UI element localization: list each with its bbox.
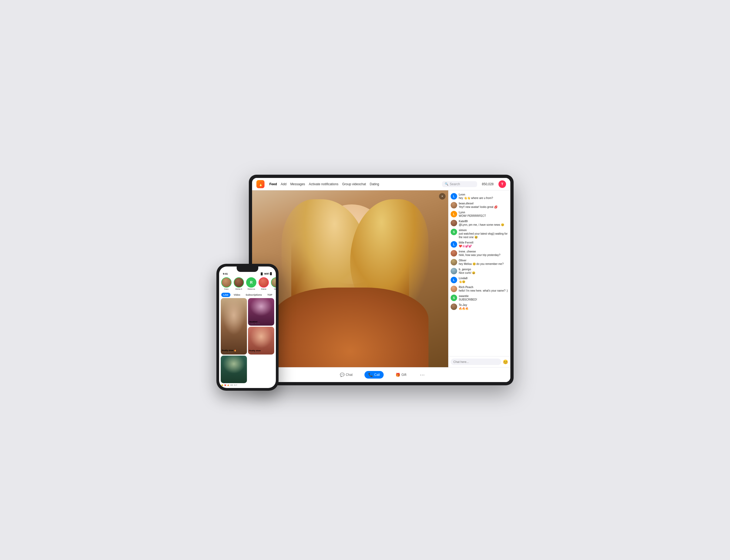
call-button[interactable]: 📞 Call bbox=[364, 371, 384, 379]
bottom-likes: 😊 bbox=[221, 384, 223, 386]
tab-video[interactable]: Video bbox=[231, 293, 242, 297]
message-avatar bbox=[451, 250, 457, 257]
chat-panel: L Leon hey 👋👋 where are u from? bbox=[448, 190, 510, 367]
message-username: Te-Jay bbox=[459, 303, 508, 306]
story-avatar: R bbox=[246, 277, 256, 288]
card-title: Reality show 🔥 bbox=[222, 349, 246, 352]
message-username: Kate89 bbox=[459, 220, 508, 223]
message-avatar bbox=[451, 268, 457, 274]
message-text: hey 👋👋 where are u from? bbox=[459, 196, 508, 200]
story-avatar bbox=[221, 277, 231, 288]
nav-link-notifications[interactable]: Activate notifications bbox=[309, 182, 338, 186]
nav-search[interactable]: 🔍 Search bbox=[442, 181, 477, 187]
card-stats: ♡ 68👁 8.1T bbox=[249, 352, 273, 353]
chat-message: L Linda8 👋😊 bbox=[451, 277, 508, 284]
phone-bottom-stats: 😊 ❤️ 🔥 196 8.1T bbox=[221, 384, 274, 386]
tab-top[interactable]: TOP bbox=[265, 293, 274, 297]
card-title: Reality show bbox=[249, 350, 273, 352]
nav-links: Feed Add Messages Activate notifications… bbox=[269, 182, 379, 186]
search-placeholder: Search bbox=[450, 182, 460, 186]
chat-message: L Leon hey 👋👋 where are u from? bbox=[451, 193, 508, 200]
nav-link-group[interactable]: Group videochat bbox=[342, 182, 366, 186]
message-content: irene_cheese hiiiiii, how was your trip … bbox=[459, 250, 508, 257]
story-avatar bbox=[271, 277, 276, 288]
tablet-nav: 🔥 Feed Add Messages Activate notificatio… bbox=[252, 178, 510, 190]
phone-time: 9:41 bbox=[223, 272, 228, 275]
call-label: Call bbox=[374, 373, 380, 377]
chat-icon: 💬 bbox=[340, 373, 344, 377]
more-options-icon[interactable]: ⋮ bbox=[275, 293, 276, 297]
story-item[interactable]: Misha K bbox=[234, 277, 244, 290]
bottom-fire: 🔥 bbox=[227, 384, 229, 386]
nav-link-feed[interactable]: Feed bbox=[269, 182, 277, 186]
nav-avatar[interactable]: T bbox=[499, 180, 506, 188]
chat-message: Te-Jay 🔥🔥🔥 bbox=[451, 303, 508, 310]
more-button[interactable]: ⋯ bbox=[418, 370, 426, 379]
message-text: SUBSCRIBED! bbox=[459, 298, 508, 301]
chat-message: Rich Peach hello! I'm new here. what's y… bbox=[451, 286, 508, 292]
video-container: × L Leon hey 👋👋 where are u from? bbox=[252, 190, 510, 367]
tablet-content: × L Leon hey 👋👋 where are u from? bbox=[252, 190, 510, 382]
message-text: just watched your latest vlog)) waiting … bbox=[459, 232, 508, 239]
nav-logo: 🔥 bbox=[256, 180, 264, 188]
phone-stories: Kacy Misha K R Rebecca Kilana Silvie bbox=[219, 276, 276, 292]
bottom-count: 196 bbox=[230, 384, 233, 386]
nav-count: 850,028 bbox=[482, 182, 494, 186]
phone-card-2[interactable]: Vacation! ♡ 270👁 3.6k bbox=[248, 298, 274, 326]
message-content: Leon hey 👋👋 where are u from? bbox=[459, 193, 508, 200]
story-name: Silvie bbox=[274, 288, 276, 290]
message-content: little Ferrell ❤️🌸💕💕 bbox=[459, 241, 508, 248]
message-avatar bbox=[451, 286, 457, 292]
phone-status-bar: 9:41 ▐▌ WiFi ▊ bbox=[219, 272, 276, 276]
chat-input[interactable] bbox=[451, 359, 501, 365]
message-text: Yey!! new avatar! looks great 💋 bbox=[459, 205, 508, 209]
story-item[interactable]: R Rebecca bbox=[246, 277, 256, 290]
message-username: b_georgo bbox=[459, 268, 508, 271]
card-title: Vacation! bbox=[249, 321, 273, 323]
tab-subscriptions[interactable]: Subscriptions bbox=[243, 293, 264, 297]
message-avatar: S bbox=[451, 295, 457, 301]
message-username: Rich Peach bbox=[459, 286, 508, 289]
nav-link-add[interactable]: Add bbox=[281, 182, 286, 186]
chat-message: irene_cheese hiiiiii, how was your trip … bbox=[451, 250, 508, 257]
phone-card-1[interactable]: Reality show 🔥 ♡ 144👁 8.1T bbox=[221, 298, 247, 355]
story-name: Kacy bbox=[224, 288, 228, 290]
story-item[interactable]: Kacy bbox=[221, 277, 231, 290]
message-content: Kate89 @Lynn, pm me, i have some news 😊 bbox=[459, 220, 508, 227]
message-content: Te-Jay 🔥🔥🔥 bbox=[459, 303, 508, 310]
phone-tabs: Live Video Subscriptions TOP ⋮ bbox=[219, 292, 276, 298]
phone-screen: 9:41 ▐▌ WiFi ▊ Kacy Misha K R bbox=[219, 266, 276, 388]
phone-notch bbox=[237, 266, 258, 272]
gift-button[interactable]: 🎁 Gift bbox=[392, 371, 411, 379]
story-item[interactable]: Kilana bbox=[258, 277, 269, 290]
message-avatar bbox=[451, 303, 457, 310]
story-avatar bbox=[234, 277, 244, 288]
story-avatar bbox=[258, 277, 269, 288]
search-icon: 🔍 bbox=[445, 182, 449, 186]
message-text: 👋😊 bbox=[459, 280, 508, 284]
chat-message: S simon just watched your latest vlog)) … bbox=[451, 229, 508, 239]
chat-button[interactable]: 💬 Chat bbox=[336, 371, 356, 379]
emoji-button[interactable]: 😊 bbox=[503, 359, 508, 365]
story-name: Rebecca bbox=[247, 288, 255, 290]
message-username: bean.diesel bbox=[459, 202, 508, 205]
tab-live[interactable]: Live bbox=[221, 293, 230, 297]
phone-card-4[interactable] bbox=[221, 356, 247, 383]
card-stats: ♡ 270👁 3.6k bbox=[249, 323, 273, 325]
message-username: irene_cheese bbox=[459, 250, 508, 253]
story-item[interactable]: Silvie bbox=[271, 277, 276, 290]
nav-link-dating[interactable]: Dating bbox=[370, 182, 379, 186]
message-content: swantie SUBSCRIBED! bbox=[459, 295, 508, 301]
story-name: Kilana bbox=[261, 288, 266, 290]
message-username: Linda8 bbox=[459, 277, 508, 280]
phone-card-3[interactable]: Reality show ♡ 68👁 8.1T bbox=[248, 327, 274, 354]
story-name: Misha K bbox=[235, 288, 242, 290]
message-content: Rich Peach hello! I'm new here. what's y… bbox=[459, 286, 508, 292]
message-avatar: L bbox=[451, 193, 457, 200]
chat-message: L Lynn WOW! PERRRRFECT bbox=[451, 211, 508, 218]
phone-bottom: 😊 ❤️ 🔥 196 8.1T bbox=[219, 383, 276, 388]
close-button[interactable]: × bbox=[439, 193, 446, 200]
chat-message: Oliver hey Melisa 😊 do you remember me? bbox=[451, 259, 508, 266]
message-content: simon just watched your latest vlog)) wa… bbox=[459, 229, 508, 239]
nav-link-messages[interactable]: Messages bbox=[290, 182, 305, 186]
